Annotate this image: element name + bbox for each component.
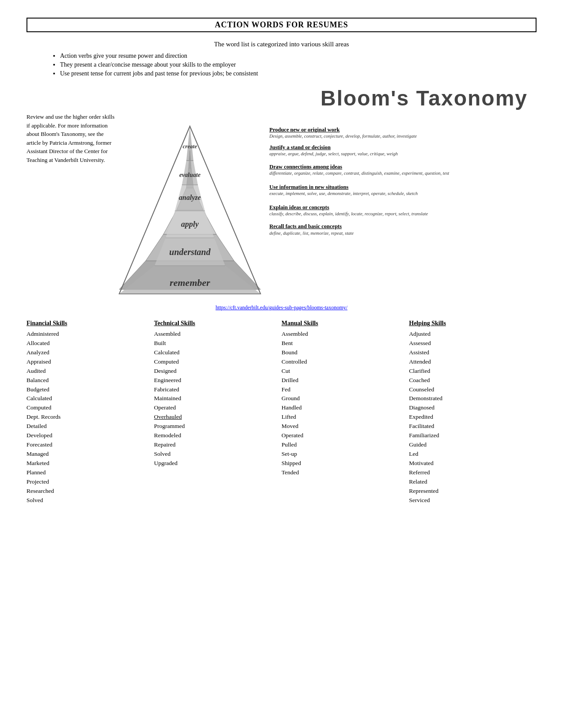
manual-skills-column: Manual Skills Assembled Bent Bound Contr… <box>282 320 409 505</box>
technical-skills-column: Technical Skills Assembled Built Calcula… <box>154 320 282 505</box>
list-item: Related <box>409 477 532 487</box>
financial-skills-list: Administered Allocated Analyzed Appraise… <box>26 330 150 505</box>
list-item: Designed <box>154 367 277 376</box>
list-item: Maintained <box>154 394 277 403</box>
list-item: Developed <box>26 431 150 440</box>
pyramid-label-apply: Use information in new situations execut… <box>269 184 537 197</box>
list-item: Handled <box>282 403 405 413</box>
list-item: Clarified <box>409 367 532 376</box>
list-item: Computed <box>26 403 150 413</box>
list-item: Cut <box>282 367 405 376</box>
list-item: Overhauled <box>154 413 277 422</box>
bullet-3: Use present tense for current jobs and p… <box>53 70 537 77</box>
blooms-left-text: Review and use the higher order skills i… <box>26 86 115 164</box>
list-item: Detailed <box>26 422 150 431</box>
list-item: Bound <box>282 348 405 357</box>
list-item: Budgeted <box>26 385 150 394</box>
list-item: Upgraded <box>154 459 277 468</box>
list-item: Led <box>409 450 532 459</box>
list-item: Moved <box>282 422 405 431</box>
list-item: Appraised <box>26 357 150 367</box>
list-item: Audited <box>26 367 150 376</box>
list-item: Bent <box>282 339 405 348</box>
list-item: Set-up <box>282 450 405 459</box>
list-item: Projected <box>26 477 150 487</box>
list-item: Drilled <box>282 376 405 385</box>
technical-skills-list: Assembled Built Calculated Computed Desi… <box>154 330 277 468</box>
list-item: Repaired <box>154 440 277 450</box>
pyramid-label-evaluate: Justify a stand or decision appraise, ar… <box>269 144 537 157</box>
blooms-title: Bloom's Taxonomy <box>321 86 537 110</box>
list-item: Diagnosed <box>409 403 532 413</box>
page-title-box: ACTION WORDS FOR RESUMES <box>26 18 537 32</box>
blooms-diagram-area: Bloom's Taxonomy <box>115 86 537 300</box>
list-item: Attended <box>409 357 532 367</box>
bullet-1: Action verbs give your resume power and … <box>53 53 537 60</box>
page-title: ACTION WORDS FOR RESUMES <box>215 20 348 30</box>
list-item: Fed <box>282 385 405 394</box>
list-item: Forecasted <box>26 440 150 450</box>
list-item: Demonstrated <box>409 394 532 403</box>
manual-skills-header: Manual Skills <box>282 320 405 327</box>
list-item: Assembled <box>154 330 277 339</box>
helping-skills-column: Helping Skills Adjusted Assessed Assiste… <box>409 320 537 505</box>
list-item: Calculated <box>26 394 150 403</box>
list-item: Fabricated <box>154 385 277 394</box>
list-item: Expedited <box>409 413 532 422</box>
list-item: Balanced <box>26 376 150 385</box>
list-item: Adjusted <box>409 330 532 339</box>
helping-skills-list: Adjusted Assessed Assisted Attended Clar… <box>409 330 532 505</box>
list-item: Motivated <box>409 459 532 468</box>
svg-text:create: create <box>183 143 197 150</box>
list-item: Computed <box>154 357 277 367</box>
list-item: Dept. Records <box>26 413 150 422</box>
list-item: Remodeled <box>154 431 277 440</box>
list-item: Guided <box>409 440 532 450</box>
list-item: Controlled <box>282 357 405 367</box>
list-item: Familiarized <box>409 431 532 440</box>
list-item: Shipped <box>282 459 405 468</box>
svg-text:evaluate: evaluate <box>179 172 200 178</box>
technical-skills-header: Technical Skills <box>154 320 277 327</box>
svg-text:understand: understand <box>169 247 211 257</box>
list-item: Solved <box>26 496 150 505</box>
pyramid-label-understand: Explain ideas or concepts classify, desc… <box>269 204 537 217</box>
list-item: Coached <box>409 376 532 385</box>
svg-text:remember: remember <box>170 277 210 288</box>
list-item: Operated <box>282 431 405 440</box>
pyramid-label-create: Produce new or original work Design, ass… <box>269 126 537 139</box>
financial-skills-header: Financial Skills <box>26 320 150 327</box>
subtitle: The word list is categorized into variou… <box>214 41 349 48</box>
blooms-url[interactable]: https://cft.vanderbilt.edu/guides-sub-pa… <box>26 304 537 311</box>
blooms-pyramid-container: remember understand apply analyze evalua… <box>115 113 537 300</box>
list-item: Built <box>154 339 277 348</box>
list-item: Counseled <box>409 385 532 394</box>
list-item: Pulled <box>282 440 405 450</box>
list-item: Assisted <box>409 348 532 357</box>
bullet-2: They present a clear/concise message abo… <box>53 61 537 68</box>
pyramid-label-remember: Recall facts and basic concepts define, … <box>269 223 537 236</box>
list-item: Allocated <box>26 339 150 348</box>
list-item: Serviced <box>409 496 532 505</box>
list-item: Managed <box>26 450 150 459</box>
list-item: Ground <box>282 394 405 403</box>
list-item: Engineered <box>154 376 277 385</box>
pyramid-svg: remember understand apply analyze evalua… <box>115 113 265 300</box>
list-item: Represented <box>409 487 532 496</box>
list-item: Assembled <box>282 330 405 339</box>
list-item: Researched <box>26 487 150 496</box>
list-item: Tended <box>282 468 405 477</box>
list-item: Planned <box>26 468 150 477</box>
list-item: Marketed <box>26 459 150 468</box>
list-item: Operated <box>154 403 277 413</box>
list-item: Referred <box>409 468 532 477</box>
list-item: Lifted <box>282 413 405 422</box>
skills-section: Financial Skills Administered Allocated … <box>26 320 537 505</box>
helping-skills-header: Helping Skills <box>409 320 532 327</box>
manual-skills-list: Assembled Bent Bound Controlled Cut Dril… <box>282 330 405 477</box>
svg-text:apply: apply <box>181 220 199 229</box>
list-item: Calculated <box>154 348 277 357</box>
list-item: Assessed <box>409 339 532 348</box>
list-item: Solved <box>154 450 277 459</box>
list-item: Administered <box>26 330 150 339</box>
